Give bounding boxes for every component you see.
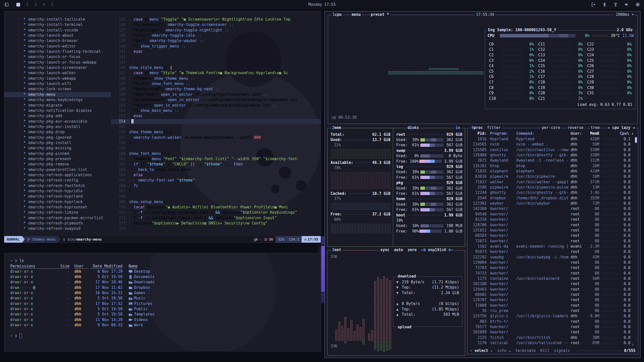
file-name[interactable]: Work xyxy=(129,323,143,328)
proc-scrollbar[interactable] xyxy=(635,137,637,344)
process-row[interactable]: 142360kworker/root0B0.0 xyxy=(467,206,638,211)
file-item[interactable]: *omarchy-pkg-drop xyxy=(4,129,111,135)
menu-tab[interactable]: menu xyxy=(351,12,362,17)
file-item[interactable]: *omarchy-refresh-pacman-mirrorlist xyxy=(4,215,111,221)
scrollbar-thumb[interactable] xyxy=(635,137,637,143)
file-name[interactable]: Videos xyxy=(129,317,148,323)
sort-selector[interactable]: ← cpu lazy → xyxy=(607,125,636,130)
tree-tab[interactable]: tree xyxy=(590,125,601,130)
file-item[interactable]: *omarchy-pkg-missing xyxy=(4,146,111,151)
file-name[interactable]: Pictures xyxy=(129,301,152,306)
cpu-box-title[interactable]: 1cpu xyxy=(332,12,343,17)
process-row[interactable]: 134565nvimnvim --embed .dhh59M0.0 xyxy=(467,142,638,147)
file-item[interactable]: *omarchy-pkg-ignored xyxy=(4,135,111,140)
process-row[interactable]: 12244ghostty/usr/bin/ghostty --gtk-dhh1.… xyxy=(467,190,638,195)
process-row[interactable]: 68402kworker/root0B0.0 xyxy=(467,292,638,297)
file-item[interactable]: *omarchy-pkg-add xyxy=(4,113,111,119)
process-row[interactable]: 72073kworker/root0B0.0 xyxy=(467,239,638,244)
shell-prompt-line[interactable]: ~❯ xyxy=(10,333,321,339)
file-item[interactable]: *omarchy-menu-keybindings xyxy=(4,97,111,103)
file-name[interactable]: Documents xyxy=(129,274,154,280)
file-explorer-pane[interactable]: *omarchy-install-tailscale*omarchy-insta… xyxy=(4,11,111,236)
filter-tab[interactable]: filter xyxy=(486,125,502,130)
per-core-tab[interactable]: per-core xyxy=(541,125,561,130)
process-row[interactable]: 1916HyprlandHyprlanddhh426M0.1 xyxy=(467,137,638,142)
sync-tab[interactable]: sync xyxy=(380,248,389,252)
process-row[interactable]: 94540kworker/root0B0.0 xyxy=(467,212,638,217)
auto-tab[interactable]: auto xyxy=(394,248,403,252)
file-item[interactable]: *omarchy-pkg-present xyxy=(4,156,111,162)
process-row[interactable]: 16rcu_preeroot0B0.0 xyxy=(467,308,638,313)
file-item[interactable]: *omarchy-menu xyxy=(4,92,111,97)
file-name[interactable]: Music xyxy=(129,296,145,301)
reverse-tab[interactable]: reverse xyxy=(567,125,584,130)
zero-tab[interactable]: zero xyxy=(408,248,417,252)
file-item[interactable]: *omarchy-pkg-pinned xyxy=(4,151,111,156)
file-item[interactable]: *omarchy-launch-browser xyxy=(4,38,111,43)
proc-box-title[interactable]: 4proc xyxy=(470,125,484,130)
file-item[interactable]: *omarchy-refresh-plymouth xyxy=(4,221,111,226)
process-row[interactable]: 71837walker/usr/bin/walker --gappldhh371… xyxy=(467,179,638,185)
proc-column-headers[interactable]: Pid:Program:Command:User:MemBCpu% ↑ xyxy=(467,131,638,137)
file-item[interactable]: *omarchy-refresh-hyprsunset xyxy=(4,205,111,210)
file-item[interactable]: *omarchy-refresh-config xyxy=(4,178,111,183)
file-item[interactable]: *omarchy-launch-or-focus xyxy=(4,54,111,60)
process-row[interactable]: 2506pipewire/usr/bin/pipewire-pulsedhh13… xyxy=(467,185,638,190)
process-row[interactable]: 1275containe/usr/bin/containerdroot56M0.… xyxy=(467,276,638,281)
logout-icon[interactable] xyxy=(591,2,596,7)
process-row[interactable]: 81310kworker/root0B0.0 xyxy=(467,217,638,222)
file-item[interactable]: *omarchy-refresh-hyprlock xyxy=(4,199,111,205)
file-item[interactable]: *omarchy-pkg-install xyxy=(4,140,111,146)
file-name[interactable]: Templates xyxy=(129,312,154,317)
file-name[interactable]: Dropbox xyxy=(129,285,150,290)
process-row[interactable]: 102099kworker/root0B0.0 xyxy=(467,330,638,335)
file-item[interactable]: *omarchy-launch-wifi xyxy=(4,81,111,86)
process-row[interactable]: 135088ghostty/usr/bin/ghostty --gtk-dhh3… xyxy=(467,153,638,158)
process-row[interactable]: 128707kworker/root0B0.0 xyxy=(467,297,638,303)
process-row[interactable]: 122301waybar/usr/bin/waybardhh72M0.0 xyxy=(467,201,638,206)
file-name[interactable]: Downloads xyxy=(129,280,154,285)
process-row[interactable]: 803btrfs-trroot0B0.0 xyxy=(467,319,638,324)
refresh-interval[interactable]: - 2000ms + xyxy=(610,12,635,17)
file-item[interactable]: *omarchy-refresh-limine xyxy=(4,210,111,215)
process-row[interactable]: 73703kworker/root0B0.0 xyxy=(467,265,638,270)
cpu-chip-icon[interactable] xyxy=(635,2,640,7)
file-item[interactable]: *omarchy-migrate xyxy=(4,103,111,108)
file-item[interactable]: *omarchy-install-tailscale xyxy=(4,17,111,22)
file-item[interactable]: *omarchy-launch-webapp xyxy=(4,76,111,81)
process-row[interactable]: 68583kworker/root0B0.0 xyxy=(467,233,638,238)
process-row[interactable]: 63816pipewire/usr/bin/pipewiredhh16M0.0 xyxy=(467,174,638,179)
file-item[interactable]: *omarchy-launch-screensaver xyxy=(4,65,111,70)
file-name[interactable]: Desktop xyxy=(129,269,150,274)
file-item[interactable]: *omarchy-refresh-hypridle xyxy=(4,189,111,194)
process-row[interactable]: 71835elephantelephantdhh424M0.0 xyxy=(467,169,638,174)
file-item[interactable]: *omarchy-refresh-hyprland xyxy=(4,194,111,199)
volume-icon[interactable] xyxy=(624,2,629,7)
process-row[interactable]: 125505nautilus/usr/bin/nautilus --newdhh… xyxy=(467,147,638,153)
network-broadcast-icon[interactable] xyxy=(613,2,618,7)
terminal-cursor[interactable] xyxy=(19,334,22,338)
interface-selector[interactable]: ←b enp191s0 n→ xyxy=(421,248,453,252)
process-row[interactable]: 129004kworker/root0B0.0 xyxy=(467,260,638,265)
process-row[interactable]: 1162avahi-daavahi-daemon: running [avahi… xyxy=(467,244,638,249)
bluetooth-icon[interactable] xyxy=(602,2,607,7)
process-row[interactable]: 102100kworker/root0B0.0 xyxy=(467,281,638,287)
file-item[interactable]: *omarchy-pkg-aur-accessible xyxy=(4,119,111,124)
file-item[interactable]: *omarchy-lock-screen xyxy=(4,86,111,92)
file-item[interactable]: *omarchy-refresh-fastfetch xyxy=(4,183,111,189)
process-row[interactable]: 2075XwaylandXwayland :1 -rootless -dhh11… xyxy=(467,158,638,163)
file-item[interactable]: *omarchy-pkg-remove xyxy=(4,162,111,167)
process-row[interactable]: 72088kworker/root0B0.0 xyxy=(467,303,638,308)
file-item[interactable]: *omarchy-notification-dismiss xyxy=(4,108,111,113)
file-item[interactable]: *omarchy-powerprofiles-list xyxy=(4,167,111,172)
file-item[interactable]: *omarchy-launch-or-focus-webapp xyxy=(4,60,111,65)
process-row[interactable]: 128706kworker/root0B0.0 xyxy=(467,222,638,228)
process-row[interactable]: 2544dropbox/home/dhh/.dropbox-distdhh355… xyxy=(467,196,638,201)
net-box-title[interactable]: 3net xyxy=(331,248,342,252)
process-row[interactable]: 1170tailscal/usr/sbin/tailscaled --root8… xyxy=(467,340,638,346)
process-row[interactable]: 135162btopbtopdhh26M0.0 xyxy=(467,163,638,169)
file-item[interactable]: *omarchy-launch-editor xyxy=(4,44,111,49)
file-item[interactable]: *omarchy-install-vscode xyxy=(4,28,111,33)
file-item[interactable]: *omarchy-launch-about xyxy=(4,33,111,38)
process-row[interactable]: 2125fcitx5/usr/bin/fcitx5dhh30M0.0 xyxy=(467,335,638,340)
